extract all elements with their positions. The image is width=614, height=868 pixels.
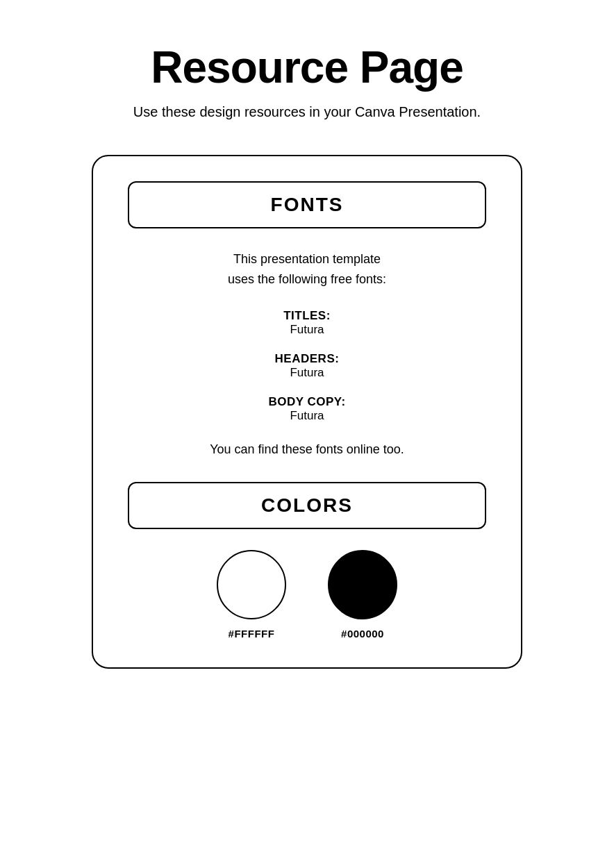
- font-titles-value: Futura: [283, 323, 331, 337]
- font-entry-headers: HEADERS: Futura: [275, 352, 340, 380]
- color-hex-white: #FFFFFF: [229, 628, 275, 640]
- fonts-footer: You can find these fonts online too.: [210, 442, 404, 457]
- colors-header-text: COLORS: [261, 494, 353, 516]
- font-entry-titles: TITLES: Futura: [283, 309, 331, 337]
- font-body-value: Futura: [268, 409, 345, 423]
- color-swatch-black: #000000: [328, 550, 397, 640]
- font-titles-label: TITLES:: [283, 309, 331, 323]
- page-title: Resource Page: [151, 42, 463, 93]
- fonts-header-text: FONTS: [271, 194, 344, 215]
- fonts-intro: This presentation template uses the foll…: [228, 249, 386, 290]
- color-circle-white: [217, 550, 286, 619]
- main-card: FONTS This presentation template uses th…: [92, 155, 522, 669]
- colors-swatches: #FFFFFF #000000: [128, 550, 486, 640]
- font-entry-body: BODY COPY: Futura: [268, 395, 345, 423]
- fonts-section-header: FONTS: [128, 181, 486, 228]
- font-headers-label: HEADERS:: [275, 352, 340, 366]
- color-hex-black: #000000: [341, 628, 384, 640]
- page-subtitle: Use these design resources in your Canva…: [133, 104, 481, 120]
- colors-section-header: COLORS: [128, 482, 486, 529]
- font-headers-value: Futura: [275, 366, 340, 380]
- colors-section: COLORS #FFFFFF #000000: [128, 482, 486, 640]
- font-body-label: BODY COPY:: [268, 395, 345, 409]
- color-circle-black: [328, 550, 397, 619]
- color-swatch-white: #FFFFFF: [217, 550, 286, 640]
